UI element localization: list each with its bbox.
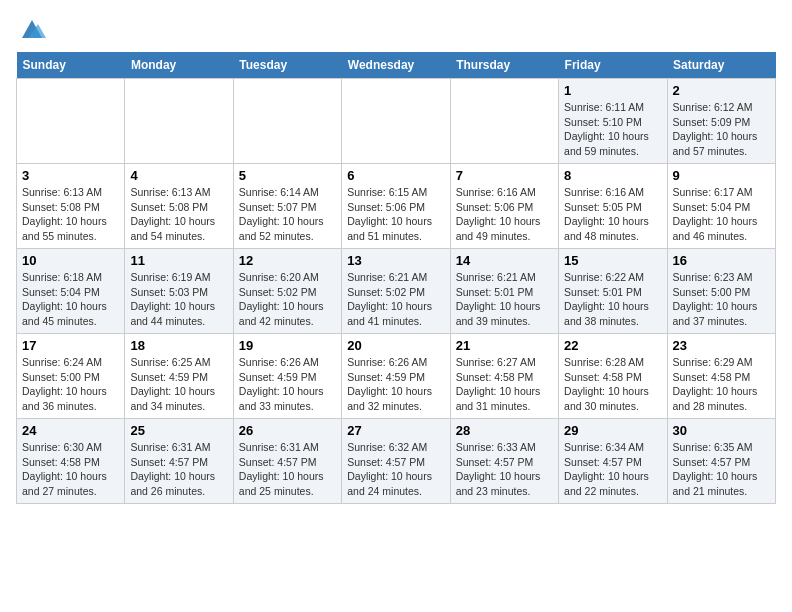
- day-number: 27: [347, 423, 444, 438]
- day-info: Sunrise: 6:31 AMSunset: 4:57 PMDaylight:…: [130, 440, 227, 499]
- calendar-table: SundayMondayTuesdayWednesdayThursdayFrid…: [16, 52, 776, 504]
- day-number: 1: [564, 83, 661, 98]
- calendar-cell: 11Sunrise: 6:19 AMSunset: 5:03 PMDayligh…: [125, 249, 233, 334]
- day-number: 7: [456, 168, 553, 183]
- calendar-cell: [450, 79, 558, 164]
- day-number: 9: [673, 168, 770, 183]
- weekday-header: Thursday: [450, 52, 558, 79]
- calendar-cell: 9Sunrise: 6:17 AMSunset: 5:04 PMDaylight…: [667, 164, 775, 249]
- calendar-cell: 12Sunrise: 6:20 AMSunset: 5:02 PMDayligh…: [233, 249, 341, 334]
- calendar-cell: [342, 79, 450, 164]
- day-number: 6: [347, 168, 444, 183]
- day-number: 3: [22, 168, 119, 183]
- calendar-cell: 20Sunrise: 6:26 AMSunset: 4:59 PMDayligh…: [342, 334, 450, 419]
- day-number: 25: [130, 423, 227, 438]
- day-number: 26: [239, 423, 336, 438]
- calendar-cell: 25Sunrise: 6:31 AMSunset: 4:57 PMDayligh…: [125, 419, 233, 504]
- day-info: Sunrise: 6:15 AMSunset: 5:06 PMDaylight:…: [347, 185, 444, 244]
- weekday-header: Wednesday: [342, 52, 450, 79]
- day-info: Sunrise: 6:26 AMSunset: 4:59 PMDaylight:…: [239, 355, 336, 414]
- day-info: Sunrise: 6:13 AMSunset: 5:08 PMDaylight:…: [130, 185, 227, 244]
- day-info: Sunrise: 6:34 AMSunset: 4:57 PMDaylight:…: [564, 440, 661, 499]
- day-number: 13: [347, 253, 444, 268]
- calendar-cell: 6Sunrise: 6:15 AMSunset: 5:06 PMDaylight…: [342, 164, 450, 249]
- day-info: Sunrise: 6:31 AMSunset: 4:57 PMDaylight:…: [239, 440, 336, 499]
- weekday-header: Friday: [559, 52, 667, 79]
- calendar-cell: 10Sunrise: 6:18 AMSunset: 5:04 PMDayligh…: [17, 249, 125, 334]
- day-info: Sunrise: 6:22 AMSunset: 5:01 PMDaylight:…: [564, 270, 661, 329]
- day-number: 17: [22, 338, 119, 353]
- day-number: 29: [564, 423, 661, 438]
- calendar-cell: 30Sunrise: 6:35 AMSunset: 4:57 PMDayligh…: [667, 419, 775, 504]
- day-info: Sunrise: 6:18 AMSunset: 5:04 PMDaylight:…: [22, 270, 119, 329]
- day-info: Sunrise: 6:28 AMSunset: 4:58 PMDaylight:…: [564, 355, 661, 414]
- calendar-cell: 22Sunrise: 6:28 AMSunset: 4:58 PMDayligh…: [559, 334, 667, 419]
- day-number: 4: [130, 168, 227, 183]
- weekday-header: Sunday: [17, 52, 125, 79]
- logo-icon: [18, 16, 46, 40]
- calendar-cell: [17, 79, 125, 164]
- calendar-cell: 2Sunrise: 6:12 AMSunset: 5:09 PMDaylight…: [667, 79, 775, 164]
- calendar-week-row: 3Sunrise: 6:13 AMSunset: 5:08 PMDaylight…: [17, 164, 776, 249]
- calendar-cell: 27Sunrise: 6:32 AMSunset: 4:57 PMDayligh…: [342, 419, 450, 504]
- day-number: 22: [564, 338, 661, 353]
- calendar-cell: 15Sunrise: 6:22 AMSunset: 5:01 PMDayligh…: [559, 249, 667, 334]
- calendar-cell: 17Sunrise: 6:24 AMSunset: 5:00 PMDayligh…: [17, 334, 125, 419]
- weekday-header: Saturday: [667, 52, 775, 79]
- day-number: 14: [456, 253, 553, 268]
- day-info: Sunrise: 6:32 AMSunset: 4:57 PMDaylight:…: [347, 440, 444, 499]
- day-info: Sunrise: 6:16 AMSunset: 5:06 PMDaylight:…: [456, 185, 553, 244]
- day-number: 24: [22, 423, 119, 438]
- day-number: 28: [456, 423, 553, 438]
- day-info: Sunrise: 6:16 AMSunset: 5:05 PMDaylight:…: [564, 185, 661, 244]
- day-number: 30: [673, 423, 770, 438]
- day-info: Sunrise: 6:24 AMSunset: 5:00 PMDaylight:…: [22, 355, 119, 414]
- day-info: Sunrise: 6:23 AMSunset: 5:00 PMDaylight:…: [673, 270, 770, 329]
- calendar-cell: 23Sunrise: 6:29 AMSunset: 4:58 PMDayligh…: [667, 334, 775, 419]
- calendar-week-row: 17Sunrise: 6:24 AMSunset: 5:00 PMDayligh…: [17, 334, 776, 419]
- day-info: Sunrise: 6:20 AMSunset: 5:02 PMDaylight:…: [239, 270, 336, 329]
- calendar-cell: 13Sunrise: 6:21 AMSunset: 5:02 PMDayligh…: [342, 249, 450, 334]
- day-info: Sunrise: 6:13 AMSunset: 5:08 PMDaylight:…: [22, 185, 119, 244]
- weekday-header: Tuesday: [233, 52, 341, 79]
- calendar-cell: 16Sunrise: 6:23 AMSunset: 5:00 PMDayligh…: [667, 249, 775, 334]
- calendar-cell: [233, 79, 341, 164]
- calendar-cell: 18Sunrise: 6:25 AMSunset: 4:59 PMDayligh…: [125, 334, 233, 419]
- calendar-cell: 8Sunrise: 6:16 AMSunset: 5:05 PMDaylight…: [559, 164, 667, 249]
- day-info: Sunrise: 6:12 AMSunset: 5:09 PMDaylight:…: [673, 100, 770, 159]
- calendar-cell: 29Sunrise: 6:34 AMSunset: 4:57 PMDayligh…: [559, 419, 667, 504]
- calendar-week-row: 10Sunrise: 6:18 AMSunset: 5:04 PMDayligh…: [17, 249, 776, 334]
- day-info: Sunrise: 6:33 AMSunset: 4:57 PMDaylight:…: [456, 440, 553, 499]
- day-number: 8: [564, 168, 661, 183]
- day-number: 5: [239, 168, 336, 183]
- day-info: Sunrise: 6:26 AMSunset: 4:59 PMDaylight:…: [347, 355, 444, 414]
- calendar-cell: 14Sunrise: 6:21 AMSunset: 5:01 PMDayligh…: [450, 249, 558, 334]
- calendar-cell: 19Sunrise: 6:26 AMSunset: 4:59 PMDayligh…: [233, 334, 341, 419]
- day-info: Sunrise: 6:17 AMSunset: 5:04 PMDaylight:…: [673, 185, 770, 244]
- calendar-cell: 3Sunrise: 6:13 AMSunset: 5:08 PMDaylight…: [17, 164, 125, 249]
- calendar-cell: 24Sunrise: 6:30 AMSunset: 4:58 PMDayligh…: [17, 419, 125, 504]
- calendar-cell: 4Sunrise: 6:13 AMSunset: 5:08 PMDaylight…: [125, 164, 233, 249]
- logo: [16, 16, 46, 40]
- day-number: 11: [130, 253, 227, 268]
- day-info: Sunrise: 6:30 AMSunset: 4:58 PMDaylight:…: [22, 440, 119, 499]
- day-number: 10: [22, 253, 119, 268]
- calendar-cell: [125, 79, 233, 164]
- calendar-cell: 5Sunrise: 6:14 AMSunset: 5:07 PMDaylight…: [233, 164, 341, 249]
- calendar-cell: 28Sunrise: 6:33 AMSunset: 4:57 PMDayligh…: [450, 419, 558, 504]
- day-info: Sunrise: 6:21 AMSunset: 5:02 PMDaylight:…: [347, 270, 444, 329]
- day-info: Sunrise: 6:27 AMSunset: 4:58 PMDaylight:…: [456, 355, 553, 414]
- day-info: Sunrise: 6:29 AMSunset: 4:58 PMDaylight:…: [673, 355, 770, 414]
- calendar-cell: 1Sunrise: 6:11 AMSunset: 5:10 PMDaylight…: [559, 79, 667, 164]
- day-number: 15: [564, 253, 661, 268]
- day-info: Sunrise: 6:21 AMSunset: 5:01 PMDaylight:…: [456, 270, 553, 329]
- calendar-cell: 26Sunrise: 6:31 AMSunset: 4:57 PMDayligh…: [233, 419, 341, 504]
- calendar-week-row: 24Sunrise: 6:30 AMSunset: 4:58 PMDayligh…: [17, 419, 776, 504]
- day-number: 18: [130, 338, 227, 353]
- day-info: Sunrise: 6:35 AMSunset: 4:57 PMDaylight:…: [673, 440, 770, 499]
- day-info: Sunrise: 6:14 AMSunset: 5:07 PMDaylight:…: [239, 185, 336, 244]
- weekday-header: Monday: [125, 52, 233, 79]
- day-number: 2: [673, 83, 770, 98]
- calendar-cell: 21Sunrise: 6:27 AMSunset: 4:58 PMDayligh…: [450, 334, 558, 419]
- weekday-header-row: SundayMondayTuesdayWednesdayThursdayFrid…: [17, 52, 776, 79]
